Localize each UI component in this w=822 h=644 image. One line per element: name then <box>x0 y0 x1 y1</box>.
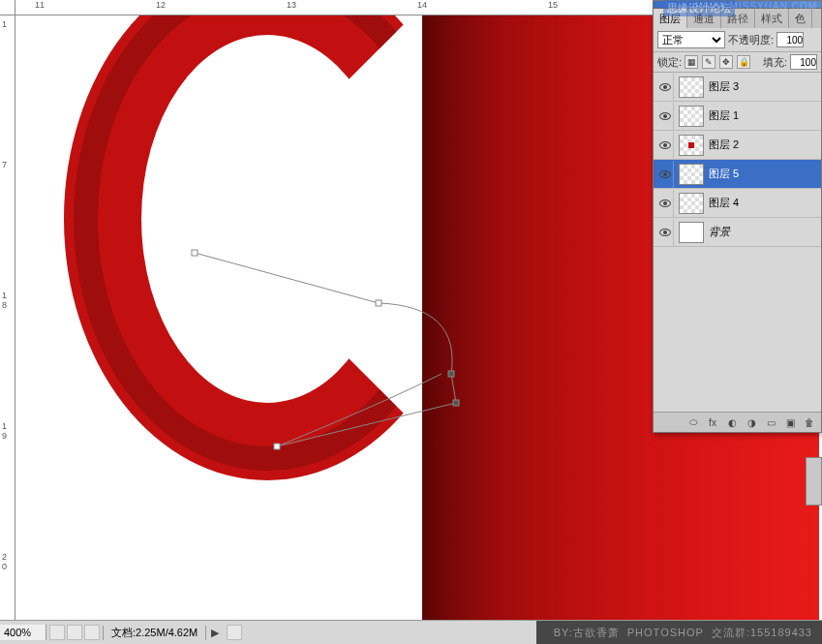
layer-name[interactable]: 图层 3 <box>709 79 739 94</box>
eye-icon <box>659 229 671 236</box>
ruler-tick: 15 <box>548 0 558 10</box>
adjustment-layer-icon[interactable]: ◑ <box>745 415 758 429</box>
ruler-tick: 1 <box>2 291 7 300</box>
ruler-corner <box>0 0 15 15</box>
ruler-tick: 14 <box>417 0 427 10</box>
tab-color[interactable]: 色 <box>789 9 812 28</box>
delete-layer-icon[interactable]: 🗑 <box>803 415 816 429</box>
layer-name[interactable]: 背景 <box>709 225 730 239</box>
credit-author: BY:古欲香萧 <box>554 626 620 640</box>
layer-group-icon[interactable]: ▭ <box>764 415 777 429</box>
status-icon[interactable] <box>84 625 100 640</box>
doc-label: 文档: <box>111 627 136 638</box>
layer-thumbnail[interactable] <box>679 135 704 156</box>
ruler-vertical: 1 7 1 8 1 9 2 0 <box>0 15 15 620</box>
ruler-tick: 2 <box>2 553 7 562</box>
eye-icon <box>659 112 671 120</box>
credit-group: 交流群:155189433 <box>712 626 812 640</box>
layer-row[interactable]: 图层 1 <box>654 102 821 131</box>
new-layer-icon[interactable]: ▣ <box>783 415 797 429</box>
layer-fx-icon[interactable]: fx <box>706 415 719 429</box>
fill-label: 填充: <box>763 55 787 70</box>
visibility-toggle[interactable] <box>656 103 674 130</box>
layer-row[interactable]: 图层 4 <box>654 189 821 218</box>
scrollbar-vertical[interactable] <box>806 457 822 506</box>
visibility-toggle[interactable] <box>656 190 674 217</box>
lock-all-icon[interactable]: 🔒 <box>737 55 750 69</box>
zoom-level[interactable]: 400% <box>0 625 46 640</box>
lock-transparency-icon[interactable]: ▦ <box>685 55 698 69</box>
layer-name[interactable]: 图层 1 <box>709 108 739 123</box>
credit-app: PHOTOSHOP <box>627 627 704 638</box>
layer-row[interactable]: 图层 5 <box>654 160 821 189</box>
eye-icon <box>659 199 671 207</box>
ruler-tick: 13 <box>287 0 296 10</box>
visibility-toggle[interactable] <box>656 219 674 246</box>
fill-input[interactable] <box>790 54 817 70</box>
ruler-tick: 11 <box>35 0 45 10</box>
eye-icon <box>659 170 671 178</box>
layer-name[interactable]: 图层 5 <box>709 167 739 181</box>
panel-footer: ⬭ fx ◐ ◑ ▭ ▣ 🗑 <box>654 412 821 432</box>
ruler-tick: 1 <box>2 422 7 431</box>
visibility-toggle[interactable] <box>656 132 674 159</box>
layer-row[interactable]: 图层 3 <box>654 73 821 102</box>
layer-list: 图层 3图层 1图层 2图层 5图层 4背景 <box>654 73 821 247</box>
ruler-tick: 0 <box>2 563 7 571</box>
ruler-tick: 12 <box>156 0 166 10</box>
layer-thumbnail[interactable] <box>679 193 704 214</box>
layer-thumbnail[interactable] <box>679 164 704 185</box>
ruler-tick: 1 <box>2 20 7 29</box>
layers-panel[interactable]: 图层 通道 路径 样式 色 正常 不透明度: 锁定: ▦ ✎ ✥ 🔒 填充: 图… <box>653 0 822 433</box>
opacity-input[interactable] <box>776 32 804 47</box>
ruler-tick: 9 <box>2 432 7 441</box>
layer-row[interactable]: 图层 2 <box>654 131 821 160</box>
lock-position-icon[interactable]: ✥ <box>719 55 733 69</box>
eye-icon <box>659 83 671 91</box>
visibility-toggle[interactable] <box>656 74 674 101</box>
url-watermark: WWW.MISSYUAN.COM <box>696 1 817 12</box>
layer-thumbnail[interactable] <box>679 77 704 98</box>
document-size: 文档:2.25M/4.62M <box>103 626 206 640</box>
link-layers-icon[interactable]: ⬭ <box>686 415 700 429</box>
layer-empty-area <box>654 247 821 412</box>
status-bar: 400% 文档:2.25M/4.62M ▶ BY:古欲香萧 PHOTOSHOP … <box>0 620 822 644</box>
layer-row[interactable]: 背景 <box>654 218 821 247</box>
status-icon[interactable] <box>67 625 82 640</box>
opacity-label: 不透明度: <box>728 33 774 47</box>
layer-name[interactable]: 图层 4 <box>709 196 739 210</box>
visibility-toggle[interactable] <box>656 161 674 188</box>
doc-size-value: 2.25M/4.62M <box>136 627 198 638</box>
lock-pixels-icon[interactable]: ✎ <box>702 55 715 69</box>
layer-thumbnail[interactable] <box>679 222 704 243</box>
lock-label: 锁定: <box>657 55 682 70</box>
status-icon[interactable] <box>49 625 65 640</box>
layer-thumbnail[interactable] <box>679 106 704 127</box>
ruler-tick: 8 <box>2 301 7 310</box>
ruler-tick: 7 <box>2 161 7 169</box>
blend-mode-select[interactable]: 正常 <box>657 31 725 48</box>
status-icon[interactable] <box>227 625 242 640</box>
eye-icon <box>659 141 671 149</box>
credits: BY:古欲香萧 PHOTOSHOP 交流群:155189433 <box>536 621 822 644</box>
layer-mask-icon[interactable]: ◐ <box>725 415 739 429</box>
layer-name[interactable]: 图层 2 <box>709 138 739 152</box>
chevron-right-icon[interactable]: ▶ <box>206 627 224 639</box>
tab-styles[interactable]: 样式 <box>755 9 789 28</box>
